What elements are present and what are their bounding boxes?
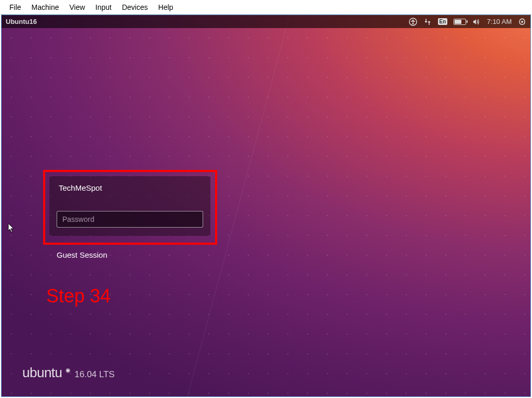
menu-view[interactable]: View xyxy=(64,2,90,12)
mouse-cursor xyxy=(8,223,15,235)
ubuntu-cof-icon: ◉ xyxy=(65,367,71,374)
clock[interactable]: 7:10 AM xyxy=(487,18,512,25)
volume-icon[interactable] xyxy=(472,18,481,26)
ubuntu-topbar: Ubuntu16 En 7:10 AM xyxy=(2,15,530,28)
login-panel: TechMeSpot xyxy=(49,176,210,236)
topbar-indicators: En 7:10 AM xyxy=(409,18,526,26)
ubuntu-branding: ubuntu◉ 16.04 LTS xyxy=(22,365,115,381)
ubuntu-version: 16.04 LTS xyxy=(75,369,115,380)
power-icon[interactable] xyxy=(518,18,526,26)
menu-devices[interactable]: Devices xyxy=(117,2,153,12)
guest-session-button[interactable]: Guest Session xyxy=(57,250,108,259)
desktop-background: Ubuntu16 En 7:10 AM xyxy=(2,15,530,396)
svg-point-2 xyxy=(521,21,523,23)
accessibility-icon[interactable] xyxy=(409,18,417,26)
menu-file[interactable]: File xyxy=(4,2,26,12)
svg-point-1 xyxy=(412,19,414,21)
username-label[interactable]: TechMeSpot xyxy=(59,183,203,192)
vm-screen: Ubuntu16 En 7:10 AM xyxy=(1,15,531,397)
virtualbox-menubar: File Machine View Input Devices Help xyxy=(0,0,532,15)
language-indicator[interactable]: En xyxy=(438,18,448,25)
battery-icon[interactable] xyxy=(454,19,466,25)
ubuntu-logo-text: ubuntu xyxy=(22,365,62,381)
menu-machine[interactable]: Machine xyxy=(26,2,64,12)
menu-input[interactable]: Input xyxy=(90,2,117,12)
password-input[interactable] xyxy=(57,211,203,228)
annotation-step-label: Step 34 xyxy=(46,285,111,307)
network-icon[interactable] xyxy=(423,18,432,26)
vm-title: Ubuntu16 xyxy=(6,18,37,25)
menu-help[interactable]: Help xyxy=(153,2,179,12)
